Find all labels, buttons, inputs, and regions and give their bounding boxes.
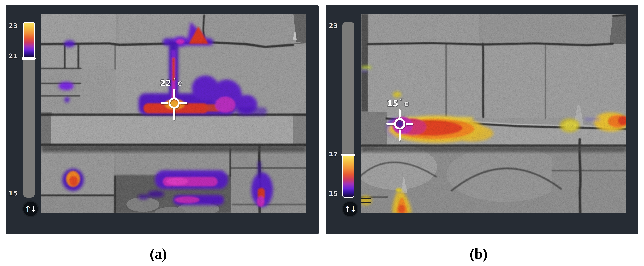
scale-value: 15: [9, 190, 18, 197]
range-toggle-button[interactable]: ↑↓: [343, 202, 358, 216]
svg-text:°: °: [174, 78, 176, 83]
up-down-arrows-icon: ↑↓: [344, 204, 355, 214]
thermal-panel-b: 23 17 15 ↑↓: [326, 5, 638, 234]
up-down-arrows-icon: ↑↓: [24, 204, 36, 213]
scale-value: 17: [329, 150, 338, 158]
scale-label-max: 23: [327, 23, 338, 29]
svg-text:°: °: [400, 98, 402, 104]
colorbar-range-tick[interactable]: [22, 57, 36, 60]
scale-label-min: 15: [327, 190, 338, 197]
colorbar-inactive-range: [23, 60, 35, 197]
colorbar-active-range: [342, 156, 354, 198]
thermal-image-b: 15 ° C: [362, 14, 626, 213]
scale-label-min: 15: [7, 190, 18, 197]
colorbar-inactive-range: [342, 22, 354, 154]
svg-text:C: C: [404, 101, 408, 108]
svg-text:15: 15: [387, 99, 398, 108]
thermal-panel-a: 23 21 15 ↑↓: [6, 5, 318, 234]
scale-label-mid: 17: [327, 151, 338, 158]
scale-value: 23: [329, 22, 338, 30]
figure-canvas: 23 21 15 ↑↓: [0, 0, 644, 266]
svg-text:22: 22: [160, 78, 171, 88]
scale-value: 23: [9, 22, 18, 30]
thermal-image-a: 22 ° C: [41, 14, 306, 213]
scale-label-mid: 21: [7, 53, 18, 59]
subfigure-caption-b: (b): [470, 245, 488, 262]
scale-value: 21: [9, 52, 18, 60]
scale-label-max: 23: [7, 23, 18, 29]
scale-value: 15: [329, 190, 338, 197]
subfigure-caption-a: (a): [150, 245, 167, 262]
colorbar-range-tick[interactable]: [342, 154, 355, 156]
temperature-colorbar[interactable]: [23, 22, 35, 197]
temperature-colorbar[interactable]: [342, 22, 354, 198]
svg-text:C: C: [178, 80, 182, 87]
range-toggle-button[interactable]: ↑↓: [23, 201, 38, 216]
colorbar-active-range: [23, 22, 35, 57]
